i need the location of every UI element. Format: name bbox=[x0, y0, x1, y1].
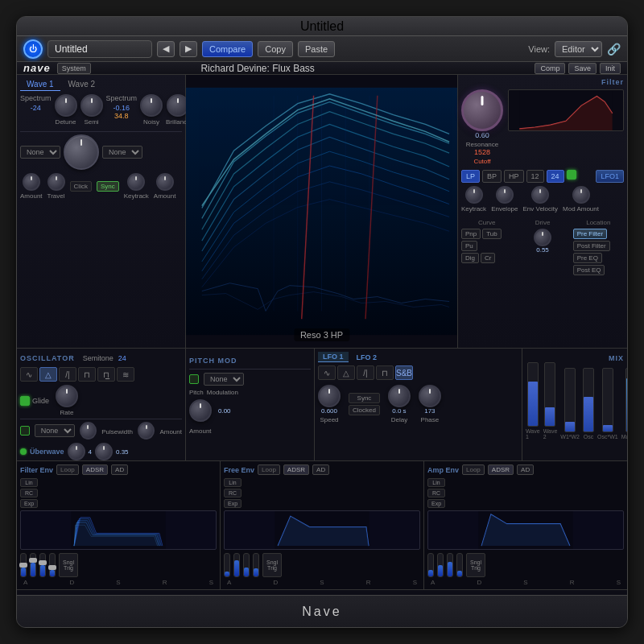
lfo-tri-btn[interactable]: △ bbox=[337, 365, 355, 380]
free-d-slider[interactable] bbox=[233, 553, 240, 577]
amount2-knob[interactable] bbox=[156, 173, 174, 191]
filter-bp-btn[interactable]: BP bbox=[482, 170, 502, 183]
amp-a-slider[interactable] bbox=[427, 553, 434, 577]
lfo-phase-knob[interactable] bbox=[419, 385, 441, 407]
filter-env-exp[interactable]: Exp bbox=[20, 499, 38, 508]
filt-envvel-knob[interactable] bbox=[531, 186, 549, 204]
filter-sngl-trig[interactable]: SnglTrig bbox=[59, 553, 78, 577]
free-env-adsr[interactable]: ADSR bbox=[283, 464, 309, 475]
wave-tri-btn[interactable]: △ bbox=[39, 367, 57, 382]
power-button[interactable] bbox=[23, 39, 43, 59]
filter-lfo-btn[interactable]: LFO1 bbox=[596, 170, 624, 183]
link-icon[interactable]: 🔗 bbox=[607, 43, 621, 56]
free-env-loop[interactable]: Loop bbox=[258, 464, 280, 475]
w1w2-bar[interactable] bbox=[564, 368, 576, 432]
free-s-slider[interactable] bbox=[243, 553, 250, 577]
filter-s-slider[interactable] bbox=[39, 553, 46, 577]
spread-knob[interactable] bbox=[95, 443, 113, 460]
amp-s-slider[interactable] bbox=[447, 553, 453, 577]
filt-keytrack-knob[interactable] bbox=[465, 186, 483, 204]
mod-knob-main[interactable] bbox=[64, 134, 99, 170]
pw-knob[interactable] bbox=[80, 422, 97, 440]
compare-button[interactable]: Compare bbox=[202, 41, 253, 57]
wave2-tab[interactable]: Wave 2 bbox=[62, 78, 102, 91]
copy-button[interactable]: Copy bbox=[258, 41, 293, 57]
filter-lp-btn[interactable]: LP bbox=[461, 170, 480, 183]
filter-a-slider[interactable] bbox=[20, 553, 27, 577]
sync-btn[interactable]: Sync bbox=[97, 181, 119, 192]
amp-env-ad[interactable]: AD bbox=[517, 464, 534, 475]
lfo-sine-btn[interactable]: ∿ bbox=[318, 365, 336, 380]
pw-amount-knob[interactable] bbox=[138, 422, 155, 440]
master-bar[interactable] bbox=[625, 368, 627, 432]
filter-led[interactable] bbox=[567, 170, 576, 180]
curve-cr[interactable]: Cr bbox=[481, 253, 495, 263]
semi-knob[interactable] bbox=[80, 94, 103, 117]
drive-knob[interactable] bbox=[534, 229, 551, 246]
wave2-bar[interactable] bbox=[544, 362, 555, 427]
filter-env-rc[interactable]: RC bbox=[20, 489, 38, 497]
lfo-sb-btn[interactable]: S&B bbox=[395, 365, 413, 380]
wave-sqr-btn[interactable]: ⊓ bbox=[78, 367, 96, 382]
lfo1-tab[interactable]: LFO 1 bbox=[318, 352, 349, 362]
save-button[interactable]: Save bbox=[568, 63, 597, 74]
filter-env-lin[interactable]: Lin bbox=[20, 478, 38, 487]
mod-select2[interactable]: None bbox=[102, 146, 142, 159]
init-button[interactable]: Init bbox=[600, 63, 621, 74]
lfo-speed-knob[interactable] bbox=[318, 385, 341, 407]
pitch-mod-led[interactable] bbox=[189, 374, 199, 384]
filter-env-loop[interactable]: Loop bbox=[56, 464, 79, 475]
filter-hp-btn[interactable]: HP bbox=[504, 170, 524, 183]
wave1-bar[interactable] bbox=[527, 362, 539, 427]
loc-postfilter[interactable]: Post Filter bbox=[573, 241, 610, 251]
glide-led[interactable] bbox=[20, 396, 30, 406]
filter-env-adsr[interactable]: ADSR bbox=[82, 464, 108, 475]
amp-sngl-trig[interactable]: SnglTrig bbox=[466, 553, 485, 577]
wave-sine-btn[interactable]: ∿ bbox=[20, 367, 38, 382]
lfo-clocked-btn[interactable]: Clocked bbox=[349, 405, 380, 415]
comp-button[interactable]: Comp bbox=[535, 63, 565, 74]
keytrack-knob[interactable] bbox=[127, 173, 145, 191]
curve-pu[interactable]: Pu bbox=[461, 241, 477, 251]
curve-pnp[interactable]: Pnp bbox=[461, 229, 481, 239]
curve-tub[interactable]: Tub bbox=[482, 229, 502, 239]
wave-noise-btn[interactable]: ≋ bbox=[117, 367, 134, 382]
filter-24-btn[interactable]: 24 bbox=[547, 170, 564, 183]
lfo2-tab[interactable]: LFO 2 bbox=[352, 353, 382, 362]
free-env-rc[interactable]: RC bbox=[224, 489, 242, 497]
free-a-slider[interactable] bbox=[224, 553, 230, 577]
amp-env-rc[interactable]: RC bbox=[427, 489, 445, 497]
pitch-amount-knob[interactable] bbox=[189, 399, 212, 422]
mod-select1[interactable]: None bbox=[20, 146, 60, 159]
wave-saw-btn[interactable]: /| bbox=[59, 367, 76, 382]
system-button[interactable]: System bbox=[57, 63, 91, 74]
pw-mod-select[interactable]: None bbox=[35, 424, 75, 437]
density-knob[interactable] bbox=[68, 443, 85, 460]
filt-envelope-knob[interactable] bbox=[496, 186, 514, 204]
wave1-tab[interactable]: Wave 1 bbox=[20, 78, 60, 91]
filt-mod-knob[interactable] bbox=[572, 186, 590, 204]
pitch-mod-select[interactable]: None bbox=[204, 373, 244, 386]
osc-bar[interactable] bbox=[583, 368, 594, 432]
noisy-knob[interactable] bbox=[140, 94, 163, 117]
amp-env-exp[interactable]: Exp bbox=[427, 499, 445, 508]
free-r-slider[interactable] bbox=[253, 553, 259, 577]
free-env-ad[interactable]: AD bbox=[312, 464, 329, 475]
loc-posteq[interactable]: Post EQ bbox=[573, 265, 605, 275]
amp-env-loop[interactable]: Loop bbox=[462, 464, 485, 475]
travel-knob[interactable] bbox=[47, 173, 65, 191]
glide-rate-knob[interactable] bbox=[56, 385, 78, 407]
amount-knob[interactable] bbox=[23, 173, 40, 191]
view-select[interactable]: Editor bbox=[555, 41, 602, 57]
lfo-sync-btn[interactable]: Sync bbox=[349, 393, 380, 403]
resonance-knob[interactable] bbox=[461, 89, 503, 131]
lfo-delay-knob[interactable] bbox=[388, 385, 411, 407]
amp-r-slider[interactable] bbox=[456, 553, 463, 577]
curve-dig[interactable]: Dig bbox=[461, 253, 479, 263]
loc-praeq[interactable]: Pre EQ bbox=[573, 253, 602, 263]
oscw1-bar[interactable] bbox=[602, 368, 613, 432]
amp-env-lin[interactable]: Lin bbox=[427, 478, 445, 487]
prev-preset-button[interactable]: ◀ bbox=[157, 41, 175, 57]
wave-pw-btn[interactable]: ⊓̲ bbox=[97, 367, 115, 382]
lfo-sqr-btn[interactable]: ⊓ bbox=[376, 365, 394, 380]
